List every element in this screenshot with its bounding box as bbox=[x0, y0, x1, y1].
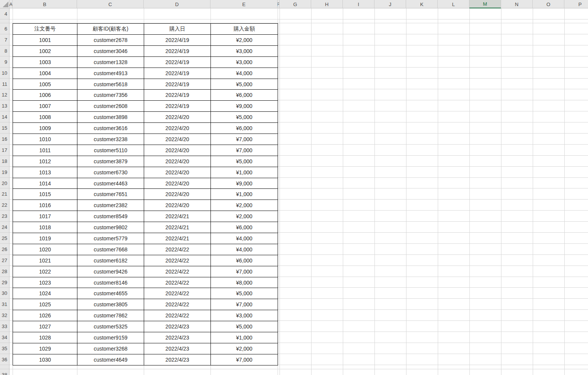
column-header[interactable]: N bbox=[501, 0, 533, 8]
cell-customer-id[interactable]: customer3238 bbox=[77, 134, 144, 145]
row-header[interactable]: 24 bbox=[0, 222, 9, 233]
cell-purchase-amount[interactable]: ¥6,000 bbox=[211, 123, 278, 134]
row-header[interactable]: 29 bbox=[0, 277, 9, 288]
cell-purchase-amount[interactable]: ¥7,000 bbox=[211, 134, 278, 145]
row-header[interactable]: 26 bbox=[0, 244, 9, 255]
cell-purchase-date[interactable]: 2022/4/23 bbox=[144, 332, 211, 343]
cell-order-no[interactable]: 1026 bbox=[13, 310, 77, 321]
cell-order-no[interactable]: 1004 bbox=[13, 68, 77, 79]
cell-purchase-date[interactable]: 2022/4/22 bbox=[144, 299, 211, 310]
row-header[interactable]: 4 bbox=[0, 8, 9, 19]
cell-purchase-date[interactable]: 2022/4/19 bbox=[144, 101, 211, 112]
cell-purchase-amount[interactable]: ¥8,000 bbox=[211, 277, 278, 288]
cell-customer-id[interactable]: customer2608 bbox=[77, 101, 144, 112]
cell-purchase-date[interactable]: 2022/4/22 bbox=[144, 277, 211, 288]
cell-purchase-date[interactable]: 2022/4/21 bbox=[144, 222, 211, 233]
cell-purchase-date[interactable]: 2022/4/20 bbox=[144, 112, 211, 123]
cell-purchase-date[interactable]: 2022/4/20 bbox=[144, 156, 211, 167]
row-header[interactable]: 21 bbox=[0, 188, 9, 200]
cell-customer-id[interactable]: customer1328 bbox=[77, 56, 144, 68]
cell-purchase-amount[interactable]: ¥1,000 bbox=[211, 189, 278, 200]
cell-purchase-amount[interactable]: ¥3,000 bbox=[211, 310, 278, 321]
cell-order-no[interactable]: 1006 bbox=[13, 90, 77, 101]
cell-purchase-date[interactable]: 2022/4/19 bbox=[144, 35, 211, 46]
cell-purchase-amount[interactable]: ¥6,000 bbox=[211, 90, 278, 101]
row-header[interactable]: 19 bbox=[0, 167, 9, 178]
cell-customer-id[interactable]: customer5325 bbox=[77, 321, 144, 332]
cell-customer-id[interactable]: customer2678 bbox=[77, 35, 144, 46]
cell-purchase-amount[interactable]: ¥6,000 bbox=[211, 255, 278, 266]
cell-order-no[interactable]: 1012 bbox=[13, 156, 77, 167]
cell-customer-id[interactable]: customer8549 bbox=[77, 211, 144, 222]
cell-purchase-date[interactable]: 2022/4/21 bbox=[144, 211, 211, 222]
select-all-button[interactable] bbox=[0, 0, 10, 8]
cell-order-no[interactable]: 1010 bbox=[13, 134, 77, 145]
row-header[interactable]: 6 bbox=[0, 23, 9, 34]
row-header[interactable]: 23 bbox=[0, 211, 9, 222]
cell-purchase-date[interactable]: 2022/4/22 bbox=[144, 244, 211, 255]
cell-purchase-date[interactable]: 2022/4/19 bbox=[144, 56, 211, 68]
cell-order-no[interactable]: 1014 bbox=[13, 178, 77, 189]
cell-customer-id[interactable]: customer9802 bbox=[77, 222, 144, 233]
cell-purchase-amount[interactable]: ¥7,000 bbox=[211, 354, 278, 365]
cell-purchase-amount[interactable]: ¥6,000 bbox=[211, 222, 278, 233]
cell-order-no[interactable]: 1017 bbox=[13, 211, 77, 222]
cell-purchase-amount[interactable]: ¥4,000 bbox=[211, 68, 278, 79]
cell-purchase-amount[interactable]: ¥7,000 bbox=[211, 266, 278, 277]
cell-purchase-amount[interactable]: ¥5,000 bbox=[211, 156, 278, 167]
cell-purchase-date[interactable]: 2022/4/21 bbox=[144, 233, 211, 244]
cell-purchase-amount[interactable]: ¥3,000 bbox=[211, 45, 278, 56]
column-header[interactable]: J bbox=[374, 0, 406, 8]
orders-header-cell[interactable]: 顧客ID(顧客名) bbox=[77, 24, 144, 35]
cell-customer-id[interactable]: customer8146 bbox=[77, 277, 144, 288]
row-header[interactable]: 7 bbox=[0, 34, 9, 45]
cell-order-no[interactable]: 1028 bbox=[13, 332, 77, 343]
cell-purchase-amount[interactable]: ¥2,000 bbox=[211, 211, 278, 222]
cell-purchase-date[interactable]: 2022/4/20 bbox=[144, 123, 211, 134]
cell-order-no[interactable]: 1030 bbox=[13, 354, 77, 365]
cell-order-no[interactable]: 1029 bbox=[13, 343, 77, 354]
row-header[interactable]: 33 bbox=[0, 321, 9, 332]
cell-purchase-amount[interactable]: ¥7,000 bbox=[211, 299, 278, 310]
column-header[interactable]: D bbox=[144, 0, 210, 8]
cell-customer-id[interactable]: customer4913 bbox=[77, 68, 144, 79]
cell-customer-id[interactable]: customer7356 bbox=[77, 90, 144, 101]
cell-order-no[interactable]: 1022 bbox=[13, 266, 77, 277]
cell-customer-id[interactable]: customer4463 bbox=[77, 178, 144, 189]
cell-purchase-amount[interactable]: ¥5,000 bbox=[211, 112, 278, 123]
cell-customer-id[interactable]: customer7668 bbox=[77, 244, 144, 255]
cell-purchase-date[interactable]: 2022/4/19 bbox=[144, 79, 211, 90]
cell-customer-id[interactable]: customer4649 bbox=[77, 354, 144, 365]
cell-order-no[interactable]: 1005 bbox=[13, 79, 77, 90]
cell-order-no[interactable]: 1002 bbox=[13, 45, 77, 56]
cell-purchase-amount[interactable]: ¥9,000 bbox=[211, 101, 278, 112]
column-header[interactable]: P bbox=[564, 0, 588, 8]
cell-purchase-amount[interactable]: ¥3,000 bbox=[211, 56, 278, 68]
cell-purchase-date[interactable]: 2022/4/22 bbox=[144, 310, 211, 321]
row-header[interactable]: 15 bbox=[0, 122, 9, 134]
cell-purchase-date[interactable]: 2022/4/20 bbox=[144, 200, 211, 211]
row-header[interactable]: 17 bbox=[0, 145, 9, 156]
row-header[interactable]: 38 bbox=[0, 369, 9, 375]
cell-customer-id[interactable]: customer5618 bbox=[77, 79, 144, 90]
row-header[interactable]: 10 bbox=[0, 68, 9, 79]
cell-purchase-amount[interactable]: ¥4,000 bbox=[211, 233, 278, 244]
cell-customer-id[interactable]: customer3268 bbox=[77, 343, 144, 354]
column-header[interactable]: K bbox=[406, 0, 438, 8]
cell-purchase-date[interactable]: 2022/4/22 bbox=[144, 266, 211, 277]
cell-purchase-date[interactable]: 2022/4/20 bbox=[144, 167, 211, 178]
cell-order-no[interactable]: 1027 bbox=[13, 321, 77, 332]
orders-header-cell[interactable]: 購入金額 bbox=[211, 24, 278, 35]
column-header[interactable]: O bbox=[533, 0, 564, 8]
row-header[interactable]: 27 bbox=[0, 255, 9, 266]
cell-purchase-amount[interactable]: ¥9,000 bbox=[211, 178, 278, 189]
cell-purchase-amount[interactable]: ¥2,000 bbox=[211, 35, 278, 46]
cell-purchase-date[interactable]: 2022/4/20 bbox=[144, 145, 211, 156]
cell-customer-id[interactable]: customer6730 bbox=[77, 167, 144, 178]
row-header[interactable]: 9 bbox=[0, 56, 9, 68]
cell-customer-id[interactable]: customer4655 bbox=[77, 288, 144, 299]
cell-purchase-date[interactable]: 2022/4/23 bbox=[144, 343, 211, 354]
column-header[interactable]: M bbox=[469, 0, 501, 8]
row-header[interactable] bbox=[0, 19, 9, 23]
cell-purchase-date[interactable]: 2022/4/22 bbox=[144, 288, 211, 299]
